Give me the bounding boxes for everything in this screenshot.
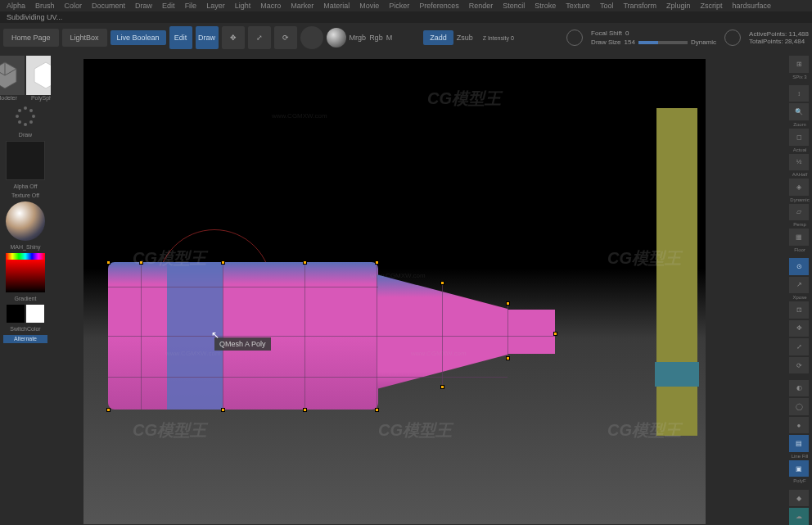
primary-mesh [108,262,558,426]
actual-button[interactable]: ◻ [789,129,809,146]
scroll-button[interactable]: ↕ [789,85,809,102]
zadd-button[interactable]: Zadd [423,30,453,45]
linefill-icon: ▤ [796,440,802,447]
move-view-button[interactable]: ✥ [789,320,809,337]
scale-icon: ⤢ [256,34,263,42]
aahalf-button[interactable]: ½ [789,154,809,171]
polyf-icon: ▣ [796,465,802,473]
menu-transform[interactable]: Transform [623,2,656,10]
menu-material[interactable]: Material [323,2,350,10]
draw-stroke-label: Draw [19,132,32,138]
local-button[interactable]: ⊙ [789,258,809,275]
menu-texture[interactable]: Texture [566,2,590,10]
ghost-button[interactable]: ◯ [789,398,809,415]
zoom-button[interactable]: 🔍 [789,103,809,120]
swatch-white[interactable] [26,305,44,323]
m-label[interactable]: M [386,34,393,42]
alternate-button[interactable]: Alternate [3,335,47,343]
local-icon: ⊙ [796,263,802,270]
scale-button[interactable]: ⤢ [248,26,271,49]
menu-document[interactable]: Document [92,2,125,10]
svg-point-9 [24,123,27,126]
sculptris-button[interactable]: ◆ [789,490,809,507]
alpha-selector[interactable] [6,141,45,180]
stroke-circle-icon[interactable] [724,29,741,46]
brush-circle-icon[interactable] [566,29,583,46]
xpose-button[interactable]: ↗ [789,277,809,294]
menu-color[interactable]: Color [65,2,83,10]
rotate-button[interactable]: ⟳ [274,26,297,49]
menu-zscript[interactable]: Zscript [701,2,723,10]
solo-button[interactable]: ● [789,417,809,434]
menu-preferences[interactable]: Preferences [419,2,459,10]
menu-render[interactable]: Render [469,2,494,10]
grid-icon: ⊞ [796,61,802,68]
lightbox-button[interactable]: LightBox [62,29,107,47]
solo-icon: ● [797,422,801,429]
switch-color-button[interactable]: SwitchColor [10,326,40,332]
menu-layer[interactable]: Layer [206,2,225,10]
menu-stencil[interactable]: Stencil [503,2,525,10]
dynamic-label[interactable]: Dynamic [691,38,716,46]
polyf-button[interactable]: ▣ [789,460,809,477]
menu-zplugin[interactable]: Zplugin [666,2,691,10]
draw-size-slider[interactable] [638,41,688,44]
right-panel: ⊞ SPix 3 ↕ 🔍 Zoom ◻ Actual ½ AAHalf ◈ Dy… [787,52,812,525]
svg-point-7 [32,115,35,118]
render-button[interactable]: ☁ [789,508,809,525]
scale-view-button[interactable]: ⤢ [789,338,809,355]
gizmo-button[interactable] [300,26,323,49]
stroke-selector[interactable] [13,104,38,129]
edit-button[interactable]: Edit [169,26,192,49]
actual-icon: ◻ [796,134,802,141]
live-boolean-button[interactable]: Live Boolean [111,30,166,45]
rotate-view-icon: ⟳ [796,362,802,369]
frame-button[interactable]: ⊡ [789,301,809,319]
dynamic-button[interactable]: ◈ [789,179,809,196]
menu-draw[interactable]: Draw [135,2,152,10]
material-selector[interactable] [6,201,45,241]
brush-zmodeler[interactable] [0,56,25,95]
floor-button[interactable]: ▦ [789,229,809,246]
menu-macro[interactable]: Macro [260,2,281,10]
menu-brush[interactable]: Brush [35,2,55,10]
move-icon: ✥ [230,34,237,42]
tooltip: QMesh A Poly [214,337,271,351]
line-fill-button[interactable]: ▤ [789,435,809,452]
menu-edit[interactable]: Edit [162,2,175,10]
draw-size-label: Draw Size [591,38,620,46]
move-view-icon: ✥ [796,324,802,332]
home-page-button[interactable]: Home Page [3,29,59,47]
zsub-label[interactable]: Zsub [457,34,473,42]
menu-hardsurface[interactable]: hardsurface [733,2,772,10]
render-icon: ☁ [796,513,802,520]
menu-marker[interactable]: Marker [291,2,314,10]
scroll-icon: ↕ [797,90,801,97]
rotate-view-button[interactable]: ⟳ [789,357,809,374]
menu-stroke[interactable]: Stroke [535,2,556,10]
svg-marker-0 [0,62,16,88]
viewport[interactable]: ↖ QMesh A Poly CG模型王 CG模型王 CG模型王 CG模型王 C… [83,59,706,524]
move-button[interactable]: ✥ [222,26,245,49]
zoom-icon: 🔍 [795,108,803,115]
spix-button[interactable]: ⊞ [789,56,809,73]
menu-picker[interactable]: Picker [389,2,409,10]
persp-button[interactable]: ▱ [789,204,809,221]
mrgb-label[interactable]: Mrgb [350,34,367,42]
menu-alpha[interactable]: Alpha [7,2,25,10]
svg-point-11 [16,115,19,118]
material-sphere-icon[interactable] [327,28,346,48]
rgb-label[interactable]: Rgb [369,34,383,42]
menu-tool[interactable]: Tool [600,2,614,10]
swatch-black[interactable] [7,305,25,323]
gradient-label[interactable]: Gradient [15,296,37,301]
transp-button[interactable]: ◐ [789,380,809,397]
menu-file[interactable]: File [185,2,197,10]
menu-light[interactable]: Light [235,2,251,10]
menu-movie[interactable]: Movie [359,2,379,10]
color-picker[interactable] [6,253,45,292]
zintensity-label: Z Intensity 0 [483,35,514,41]
draw-button[interactable]: Draw [196,26,219,49]
cursor-icon: ↖ [211,329,219,341]
svg-point-5 [24,106,27,110]
